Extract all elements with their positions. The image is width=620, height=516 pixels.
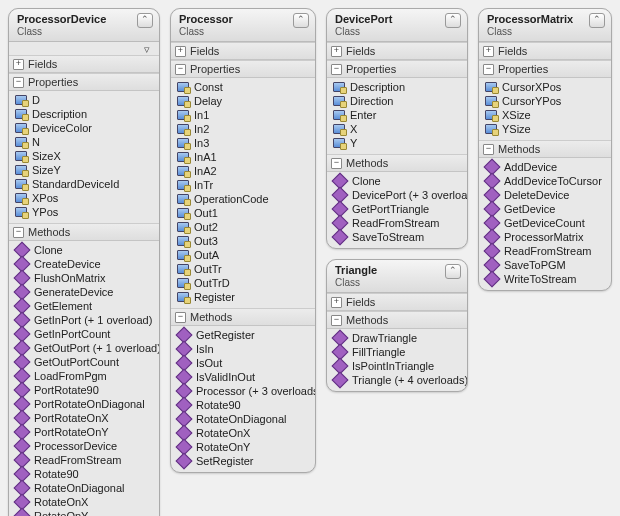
member-row[interactable]: IsValidInOut	[175, 370, 313, 384]
collapse-icon[interactable]: −	[483, 64, 494, 75]
member-row[interactable]: InTr	[175, 178, 313, 192]
section-header-fields[interactable]: + Fields	[327, 42, 467, 60]
member-row[interactable]: InA1	[175, 150, 313, 164]
member-row[interactable]: GetElement	[13, 299, 157, 313]
member-row[interactable]: SizeY	[13, 163, 157, 177]
class-box-processor-matrix[interactable]: ProcessorMatrix Class ⌃ + Fields − Prope…	[478, 8, 612, 291]
member-row[interactable]: Description	[331, 80, 465, 94]
class-header[interactable]: ProcessorMatrix Class ⌃	[479, 9, 611, 42]
member-row[interactable]: ProcessorDevice	[13, 439, 157, 453]
collapse-icon[interactable]: −	[13, 227, 24, 238]
collapse-icon[interactable]: −	[483, 144, 494, 155]
member-row[interactable]: Processor (+ 3 overloads)	[175, 384, 313, 398]
member-row[interactable]: IsPointInTriangle	[331, 359, 465, 373]
collapse-class-icon[interactable]: ⌃	[137, 13, 153, 28]
member-row[interactable]: GetOutPortCount	[13, 355, 157, 369]
member-row[interactable]: IsOut	[175, 356, 313, 370]
expand-icon[interactable]: +	[13, 59, 24, 70]
member-row[interactable]: ReadFromStream	[483, 244, 609, 258]
member-row[interactable]: OutA	[175, 248, 313, 262]
member-row[interactable]: PortRotateOnX	[13, 411, 157, 425]
member-row[interactable]: X	[331, 122, 465, 136]
section-header-properties[interactable]: − Properties	[327, 60, 467, 78]
member-row[interactable]: SizeX	[13, 149, 157, 163]
member-row[interactable]: GetOutPort (+ 1 overload)	[13, 341, 157, 355]
section-header-methods[interactable]: − Methods	[171, 308, 315, 326]
member-row[interactable]: CursorYPos	[483, 94, 609, 108]
member-row[interactable]: FillTriangle	[331, 345, 465, 359]
class-box-triangle[interactable]: Triangle Class ⌃ + Fields − Methods Draw…	[326, 259, 468, 392]
collapse-class-icon[interactable]: ⌃	[293, 13, 309, 28]
section-header-methods[interactable]: − Methods	[327, 311, 467, 329]
member-row[interactable]: DeviceColor	[13, 121, 157, 135]
collapse-class-icon[interactable]: ⌃	[445, 13, 461, 28]
member-row[interactable]: DevicePort (+ 3 overloads)	[331, 188, 465, 202]
member-row[interactable]: InA2	[175, 164, 313, 178]
collapse-icon[interactable]: −	[331, 64, 342, 75]
member-row[interactable]: Out3	[175, 234, 313, 248]
member-row[interactable]: PortRotateOnY	[13, 425, 157, 439]
member-row[interactable]: RotateOnY	[13, 509, 157, 516]
member-row[interactable]: PortRotateOnDiagonal	[13, 397, 157, 411]
section-header-properties[interactable]: − Properties	[9, 73, 159, 91]
member-row[interactable]: N	[13, 135, 157, 149]
collapse-class-icon[interactable]: ⌃	[445, 264, 461, 279]
member-row[interactable]: Description	[13, 107, 157, 121]
member-row[interactable]: SaveToStream	[331, 230, 465, 244]
member-row[interactable]: RotateOnX	[13, 495, 157, 509]
member-row[interactable]: In1	[175, 108, 313, 122]
collapse-icon[interactable]: −	[331, 315, 342, 326]
section-header-fields[interactable]: + Fields	[9, 55, 159, 73]
member-row[interactable]: Enter	[331, 108, 465, 122]
member-row[interactable]: ReadFromStream	[331, 216, 465, 230]
member-row[interactable]: GetDeviceCount	[483, 216, 609, 230]
member-row[interactable]: StandardDeviceId	[13, 177, 157, 191]
class-box-processor-device[interactable]: ProcessorDevice Class ⌃ ▿ + Fields − Pro…	[8, 8, 160, 516]
member-row[interactable]: Y	[331, 136, 465, 150]
member-row[interactable]: GetRegister	[175, 328, 313, 342]
member-row[interactable]: AddDeviceToCursor	[483, 174, 609, 188]
member-row[interactable]: WriteToStream	[483, 272, 609, 286]
member-row[interactable]: Delay	[175, 94, 313, 108]
member-row[interactable]: RotateOnDiagonal	[13, 481, 157, 495]
member-row[interactable]: GenerateDevice	[13, 285, 157, 299]
section-header-properties[interactable]: − Properties	[479, 60, 611, 78]
member-row[interactable]: YSize	[483, 122, 609, 136]
member-row[interactable]: D	[13, 93, 157, 107]
expand-icon[interactable]: +	[175, 46, 186, 57]
member-row[interactable]: ProcessorMatrix	[483, 230, 609, 244]
member-row[interactable]: SaveToPGM	[483, 258, 609, 272]
member-row[interactable]: XPos	[13, 191, 157, 205]
member-row[interactable]: Out1	[175, 206, 313, 220]
class-header[interactable]: Triangle Class ⌃	[327, 260, 467, 293]
member-row[interactable]: Clone	[13, 243, 157, 257]
member-row[interactable]: RotateOnDiagonal	[175, 412, 313, 426]
member-row[interactable]: Clone	[331, 174, 465, 188]
section-header-methods[interactable]: − Methods	[9, 223, 159, 241]
member-row[interactable]: PortRotate90	[13, 383, 157, 397]
member-row[interactable]: OutTrD	[175, 276, 313, 290]
section-header-properties[interactable]: − Properties	[171, 60, 315, 78]
collapse-icon[interactable]: −	[331, 158, 342, 169]
member-row[interactable]: IsIn	[175, 342, 313, 356]
class-header[interactable]: ProcessorDevice Class ⌃	[9, 9, 159, 42]
member-row[interactable]: LoadFromPgm	[13, 369, 157, 383]
member-row[interactable]: Rotate90	[13, 467, 157, 481]
member-row[interactable]: AddDevice	[483, 160, 609, 174]
member-row[interactable]: DeleteDevice	[483, 188, 609, 202]
class-box-processor[interactable]: Processor Class ⌃ + Fields − Properties …	[170, 8, 316, 473]
member-row[interactable]: Out2	[175, 220, 313, 234]
class-header[interactable]: Processor Class ⌃	[171, 9, 315, 42]
collapse-icon[interactable]: −	[175, 312, 186, 323]
member-row[interactable]: Direction	[331, 94, 465, 108]
expand-icon[interactable]: +	[331, 46, 342, 57]
class-header[interactable]: DevicePort Class ⌃	[327, 9, 467, 42]
class-box-device-port[interactable]: DevicePort Class ⌃ + Fields − Properties…	[326, 8, 468, 249]
section-header-fields[interactable]: + Fields	[171, 42, 315, 60]
member-row[interactable]: ReadFromStream	[13, 453, 157, 467]
member-row[interactable]: YPos	[13, 205, 157, 219]
collapse-icon[interactable]: −	[13, 77, 24, 88]
member-row[interactable]: XSize	[483, 108, 609, 122]
member-row[interactable]: RotateOnX	[175, 426, 313, 440]
member-row[interactable]: Register	[175, 290, 313, 304]
